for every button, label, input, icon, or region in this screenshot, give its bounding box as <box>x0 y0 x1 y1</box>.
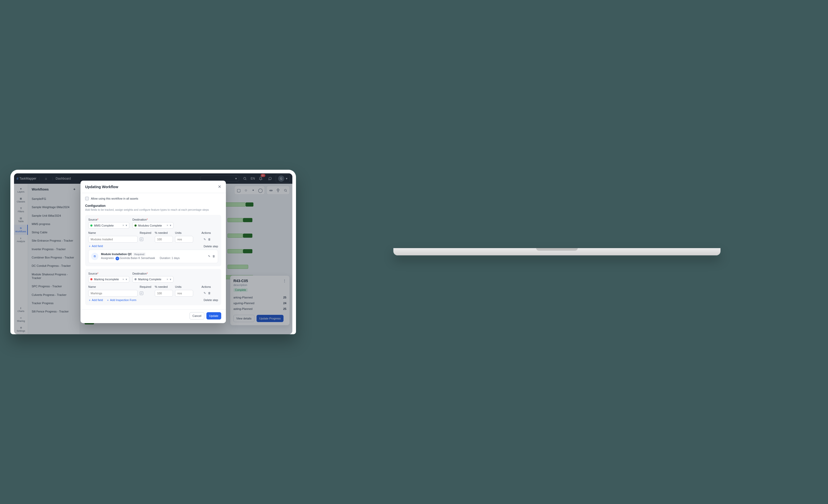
chevron-down-icon[interactable]: ▾ <box>126 278 127 281</box>
field-name-input[interactable] <box>88 290 138 297</box>
add-field-link[interactable]: ＋ Add field <box>88 298 103 302</box>
required-checkbox[interactable]: ✓ <box>140 291 143 295</box>
required-checkbox[interactable]: ✓ <box>140 238 143 241</box>
delete-step-link[interactable]: Delete step <box>204 298 218 302</box>
field-name-input[interactable] <box>88 236 138 243</box>
add-inspection-link[interactable]: ＋ Add Inspection Form <box>107 298 136 302</box>
modal-backdrop: Updating Workflow ✕ Allow using this wor… <box>14 173 292 334</box>
needed-input[interactable] <box>155 290 173 297</box>
update-button[interactable]: Update <box>206 312 221 320</box>
delete-icon[interactable]: 🗑 <box>208 238 211 241</box>
source-select[interactable]: Marking Incomplete×▾ <box>88 276 129 283</box>
delete-icon[interactable]: 🗑 <box>208 291 211 295</box>
dest-select[interactable]: Modules Complete×▾ <box>132 222 173 228</box>
allow-checkbox[interactable] <box>85 197 89 200</box>
edit-icon[interactable]: ✎ <box>204 291 206 295</box>
qc-card: ⧉Module Installation QCRequiredAssignees… <box>88 250 218 263</box>
config-hint: Add fields to be tracked, assign weights… <box>85 208 221 211</box>
modal-title: Updating Workflow <box>85 185 118 189</box>
needed-input[interactable] <box>155 236 173 243</box>
cancel-button[interactable]: Cancel <box>190 312 204 320</box>
dest-select[interactable]: Marking Complete×▾ <box>132 276 173 283</box>
units-input[interactable] <box>175 290 193 297</box>
allow-label: Allow using this workflow in all assets <box>91 197 138 200</box>
chevron-down-icon[interactable]: ▾ <box>126 224 127 227</box>
source-select[interactable]: MMS Complete×▾ <box>88 222 129 228</box>
workflow-step: Source* Marking Incomplete×▾ Destination… <box>85 269 221 305</box>
chevron-down-icon[interactable]: ▾ <box>170 278 171 281</box>
dest-label: Destination* <box>132 272 173 275</box>
add-field-link[interactable]: ＋ Add field <box>88 244 103 248</box>
clear-icon[interactable]: × <box>123 278 124 281</box>
edit-icon[interactable]: ✎ <box>204 238 206 241</box>
clear-icon[interactable]: × <box>167 224 168 227</box>
clear-icon[interactable]: × <box>167 278 168 281</box>
source-label: Source* <box>88 272 129 275</box>
close-icon[interactable]: ✕ <box>218 184 221 189</box>
workflow-icon: ⧉ <box>91 253 98 260</box>
source-label: Source* <box>88 218 129 221</box>
delete-icon[interactable]: 🗑 <box>212 255 215 258</box>
delete-step-link[interactable]: Delete step <box>204 245 218 248</box>
clear-icon[interactable]: × <box>123 224 124 227</box>
chevron-down-icon[interactable]: ▾ <box>170 224 171 227</box>
config-heading: Configuration <box>85 204 221 208</box>
dest-label: Destination* <box>132 218 173 221</box>
update-workflow-modal: Updating Workflow ✕ Allow using this wor… <box>81 181 226 323</box>
units-input[interactable] <box>175 236 193 243</box>
workflow-step: Source* MMS Complete×▾ Destination* Modu… <box>85 215 221 266</box>
edit-icon[interactable]: ✎ <box>208 255 210 258</box>
